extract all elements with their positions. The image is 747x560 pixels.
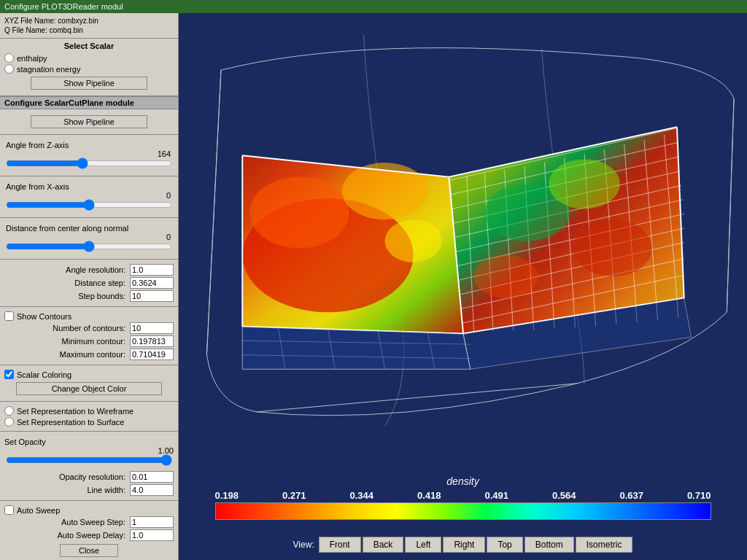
surface-radio[interactable] <box>4 417 14 427</box>
view-right-btn[interactable]: Right <box>443 537 485 553</box>
max-contour-input[interactable] <box>130 349 174 360</box>
angle-x-label: Angle from X-axis <box>4 182 174 191</box>
angle-z-section: Angle from Z-axis 164 <box>0 135 178 176</box>
angle-x-section: Angle from X-axis 0 <box>0 176 178 218</box>
change-object-color-btn[interactable]: Change Object Color <box>16 382 162 395</box>
colorbar-value: 0.198 <box>215 490 239 501</box>
angle-z-slider-container <box>4 158 174 173</box>
view-buttons-container: FrontBackLeftRightTopBottomIsometric <box>319 537 633 553</box>
surface-label: Set Representation to Surface <box>17 418 124 427</box>
svg-point-8 <box>385 219 442 262</box>
angle-res-input[interactable] <box>130 264 174 276</box>
distance-section: Distance from center along normal 0 <box>0 218 178 260</box>
view-bottom-btn[interactable]: Bottom <box>525 537 574 553</box>
title-bar: Configure PLOT3DReader modul <box>0 0 747 13</box>
enthalpy-radio[interactable] <box>4 53 14 63</box>
show-contours-label: Show Contours <box>17 312 71 321</box>
resolution-section: Angle resolution: Distance step: Step bo… <box>0 260 178 307</box>
auto-sweep-row[interactable]: Auto Sweep <box>4 505 174 515</box>
step-bounds-input[interactable] <box>130 290 174 302</box>
distance-label: Distance from center along normal <box>4 224 174 233</box>
colorbar-value: 0.637 <box>619 490 643 501</box>
wireframe-label: Set Representation to Wireframe <box>17 407 133 416</box>
scalar-coloring-section: Scalar Coloring Change Object Color <box>0 365 178 402</box>
stagnation-label: stagnation energy <box>17 65 80 74</box>
angle-res-label: Angle resolution: <box>4 265 125 274</box>
opacity-res-input[interactable] <box>130 471 174 483</box>
scalar-coloring-checkbox[interactable] <box>4 370 14 379</box>
wireframe-radio[interactable] <box>4 406 14 416</box>
scalar-coloring-label: Scalar Coloring <box>17 370 71 379</box>
view-label: View: <box>293 540 314 550</box>
angle-z-label: Angle from Z-axis <box>4 141 174 149</box>
view-left-btn[interactable]: Left <box>405 537 441 553</box>
svg-marker-44 <box>242 327 471 370</box>
view-back-btn[interactable]: Back <box>363 537 404 553</box>
scalar-coloring-row[interactable]: Scalar Coloring <box>4 370 174 379</box>
select-scalar-label: Select Scalar <box>4 42 174 50</box>
colorbar-value: 0.418 <box>417 490 441 501</box>
enthalpy-radio-row[interactable]: enthalpy <box>4 53 174 63</box>
max-contour-label: Maximum contour: <box>4 350 125 359</box>
view-top-btn[interactable]: Top <box>487 537 522 553</box>
colorscale-bar <box>215 502 711 520</box>
angle-x-slider[interactable] <box>6 200 172 210</box>
view-isometric-btn[interactable]: Isometric <box>576 537 633 553</box>
svg-point-34 <box>549 159 620 209</box>
auto-sweep-section: Auto Sweep Auto Sweep Step: Auto Sweep D… <box>0 501 178 560</box>
colorbar-value: 0.271 <box>282 490 306 501</box>
density-label: density <box>215 475 711 487</box>
sweep-delay-input[interactable] <box>130 529 174 541</box>
opacity-slider[interactable] <box>6 455 172 465</box>
show-contours-row[interactable]: Show Contours <box>4 311 174 321</box>
angle-res-row: Angle resolution: <box>4 264 174 276</box>
svg-point-6 <box>249 177 349 249</box>
visualization-area: density 0.1980.2710.3440.4180.4910.5640.… <box>179 13 747 560</box>
close-btn[interactable]: Close <box>60 544 118 557</box>
colorscale-area: density 0.1980.2710.3440.4180.4910.5640.… <box>215 475 711 520</box>
stagnation-radio[interactable] <box>4 64 14 74</box>
step-bounds-row: Step bounds: <box>4 290 174 302</box>
sweep-delay-row: Auto Sweep Delay: <box>4 529 174 541</box>
contours-section: Show Contours Number of contours: Minimu… <box>0 307 178 365</box>
min-contour-row: Minimum contour: <box>4 335 174 347</box>
stagnation-radio-row[interactable]: stagnation energy <box>4 64 174 74</box>
svg-point-36 <box>474 255 538 298</box>
wireframe-row[interactable]: Set Representation to Wireframe <box>4 406 174 416</box>
num-contours-input[interactable] <box>130 322 174 334</box>
line-width-input[interactable] <box>130 484 174 496</box>
distance-slider[interactable] <box>6 241 172 252</box>
configure-header: Configure ScalarCutPlane module <box>0 96 178 109</box>
svg-point-7 <box>342 163 427 219</box>
svg-point-35 <box>573 219 651 276</box>
surface-row[interactable]: Set Representation to Surface <box>4 417 174 427</box>
colorbar-value: 0.491 <box>484 490 508 501</box>
xyz-file: XYZ File Name: combxyz.bin <box>4 16 174 26</box>
line-width-label: Line width: <box>4 486 125 494</box>
view-front-btn[interactable]: Front <box>319 537 361 553</box>
dist-step-input[interactable] <box>130 277 174 289</box>
colorbar-value: 0.564 <box>552 490 576 501</box>
pipeline-section: Show Pipeline <box>0 109 178 135</box>
auto-sweep-checkbox[interactable] <box>4 505 14 515</box>
num-contours-label: Number of contours: <box>4 324 125 332</box>
num-contours-row: Number of contours: <box>4 322 174 334</box>
sweep-step-input[interactable] <box>130 516 174 528</box>
select-scalar-section: Select Scalar enthalpy stagnation energy… <box>0 39 178 96</box>
title-text: Configure PLOT3DReader modul <box>4 2 123 11</box>
sweep-step-row: Auto Sweep Step: <box>4 516 174 528</box>
sweep-delay-label: Auto Sweep Delay: <box>4 531 125 540</box>
show-contours-checkbox[interactable] <box>4 311 14 321</box>
min-contour-input[interactable] <box>130 335 174 347</box>
angle-x-slider-container <box>4 200 174 214</box>
angle-z-slider[interactable] <box>6 158 172 168</box>
step-bounds-label: Step bounds: <box>4 292 125 300</box>
show-pipeline-btn[interactable]: Show Pipeline <box>31 77 147 90</box>
left-panel: XYZ File Name: combxyz.bin Q File Name: … <box>0 13 179 560</box>
opacity-section: Set Opacity 1.00 Opacity resolution: Lin… <box>0 432 178 501</box>
sweep-step-label: Auto Sweep Step: <box>4 518 125 526</box>
colorbar-value: 0.710 <box>687 490 711 501</box>
show-pipeline-btn2[interactable]: Show Pipeline <box>31 115 147 128</box>
distance-slider-container <box>4 241 174 256</box>
line-width-row: Line width: <box>4 484 174 496</box>
